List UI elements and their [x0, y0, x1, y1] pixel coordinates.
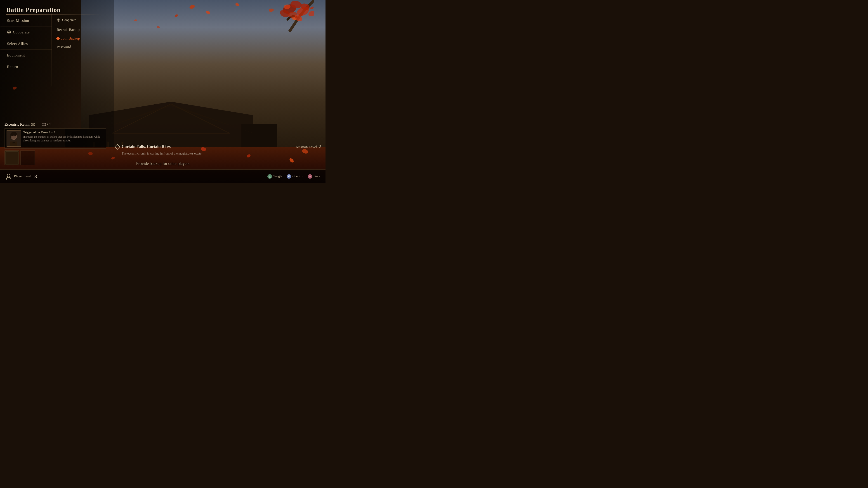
nav-item-start-mission[interactable]: Start Mission [0, 16, 52, 26]
page-title: Battle Preparation [6, 6, 326, 13]
mission-panel: Curtain Falls, Curtain Rises Mission Lev… [115, 144, 321, 156]
svg-rect-43 [42, 123, 46, 126]
active-diamond-icon [56, 37, 60, 40]
left-nav: Start Mission Cooperate Select Allies Eq… [0, 13, 52, 72]
char-level-badge: + 1 [42, 123, 51, 126]
player-level-icon [5, 173, 12, 180]
char-name-text: Eccentric Ronin [4, 123, 30, 127]
sub-item-join-label: Join Backup [61, 36, 80, 40]
char-name: Eccentric Ronin [4, 123, 35, 127]
cooperate-icon [7, 30, 11, 34]
level-badge-icon [42, 123, 46, 126]
control-confirm: ✕ Confirm [287, 174, 303, 179]
player-level-label: Player Level [14, 174, 31, 178]
sub-cooperate-icon [57, 18, 60, 22]
char-level-bonus: + 1 [47, 123, 51, 126]
mission-title-row: Curtain Falls, Curtain Rises [115, 144, 170, 149]
mission-description: The eccentric ronin is waiting in front … [115, 151, 321, 156]
char-avatar [6, 130, 21, 147]
skill-name: Trigger of the Dawn Lv. 1 [23, 130, 104, 134]
bottom-center-text: Provide backup for other players [0, 161, 326, 166]
avatar-graphic [7, 130, 21, 147]
svg-point-53 [7, 174, 10, 177]
nav-cooperate-label: Cooperate [13, 30, 30, 35]
ui-overlay: Battle Preparation Start Mission Coopera… [0, 0, 326, 183]
char-name-icon [31, 123, 35, 126]
sub-menu-header: Cooperate [52, 16, 99, 24]
mission-name: Curtain Falls, Curtain Rises [122, 144, 170, 149]
back-label: Back [313, 175, 320, 178]
character-panel: Eccentric Ronin + 1 [4, 123, 106, 165]
svg-point-48 [11, 135, 16, 139]
toggle-label: Toggle [273, 175, 282, 178]
control-back: ○ Back [308, 174, 320, 179]
mission-header: Curtain Falls, Curtain Rises Mission Lev… [115, 144, 321, 149]
sub-item-recruit-backup[interactable]: Recruit Backup [52, 26, 99, 34]
sub-menu: Cooperate Recruit Backup Join Backup Pas… [52, 13, 99, 51]
player-level-section: Player Level 3 [5, 173, 37, 180]
triangle-button: △ [268, 174, 272, 179]
mission-level-num: 2 [319, 144, 321, 149]
char-avatar-inner [7, 131, 21, 147]
char-info: Trigger of the Dawn Lv. 1 Increases the … [23, 130, 104, 147]
char-card: Trigger of the Dawn Lv. 1 Increases the … [4, 128, 106, 149]
sub-menu-header-label: Cooperate [62, 18, 76, 22]
mission-level: Mission Level 2 [296, 144, 321, 149]
svg-rect-47 [10, 134, 11, 138]
control-toggle: △ Toggle [268, 174, 282, 179]
status-bar: Player Level 3 △ Toggle ✕ Confirm ○ Back [0, 169, 326, 183]
nav-item-select-allies[interactable]: Select Allies [0, 39, 52, 50]
player-level-num: 3 [34, 173, 37, 180]
sub-item-password[interactable]: Password [52, 43, 99, 51]
nav-item-equipment[interactable]: Equipment [0, 51, 52, 61]
cross-button: ✕ [287, 174, 291, 179]
svg-point-42 [32, 124, 34, 125]
mission-diamond-icon [114, 144, 120, 150]
mission-level-label: Mission Level [296, 145, 317, 149]
circle-button: ○ [308, 174, 312, 179]
skill-desc: Increases the number of bullets that can… [23, 135, 104, 142]
sub-item-join-backup[interactable]: Join Backup [52, 34, 99, 43]
controls-section: △ Toggle ✕ Confirm ○ Back [268, 174, 320, 179]
confirm-label: Confirm [292, 175, 303, 178]
char-name-row: Eccentric Ronin + 1 [4, 123, 106, 127]
nav-item-return[interactable]: Return [0, 62, 52, 72]
nav-item-cooperate[interactable]: Cooperate [0, 27, 52, 38]
